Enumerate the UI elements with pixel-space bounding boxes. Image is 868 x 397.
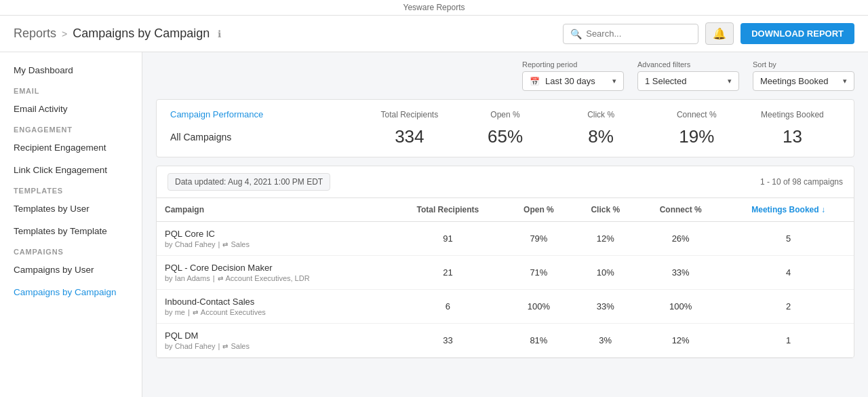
campaign-by-0: by Chad Fahey (165, 240, 216, 248)
campaign-name-2: Inbound-Contact Sales (165, 297, 382, 307)
chevron-down-icon: ▾ (612, 77, 616, 86)
all-campaigns-label: All Campaigns (170, 132, 361, 143)
sidebar-item-templates-by-user[interactable]: Templates by User (0, 197, 142, 220)
sort-by-select[interactable]: Meetings Booked ▾ (753, 71, 854, 91)
table-meta: Data updated: Aug 4, 2021 1:00 PM EDT 1 … (157, 166, 854, 198)
click-pct-cell-0: 12% (572, 222, 638, 256)
campaign-by-2: by me (165, 308, 185, 316)
col-header-campaign: Campaign (157, 198, 391, 222)
campaign-name-3: PQL DM (165, 330, 382, 341)
total-recipients-cell-1: 21 (391, 256, 505, 290)
layout: My Dashboard EMAIL Email Activity ENGAGE… (0, 52, 868, 397)
info-icon: ℹ (218, 29, 221, 39)
summary-values: All Campaigns 334 65% 8% 19% 13 (170, 126, 840, 147)
pipe-separator-3: | (218, 342, 220, 350)
col-header-meetings-booked[interactable]: Meetings Booked ↓ (723, 198, 854, 222)
sidebar-item-campaigns-by-campaign[interactable]: Campaigns by Campaign (0, 281, 142, 303)
reporting-period-group: Reporting period 📅 Last 30 days ▾ (522, 60, 624, 91)
table-row: PQL DM by Chad Fahey | ⇄ Sales 33 81% 3%… (157, 324, 854, 358)
open-pct-cell-0: 79% (505, 222, 573, 256)
campaign-cell-2: Inbound-Contact Sales by me | ⇄ Account … (157, 290, 391, 324)
col-header-open-pct: Open % (505, 198, 573, 222)
reporting-period-value: Last 30 days (545, 76, 595, 86)
campaign-meta-2: by me | ⇄ Account Executives (165, 308, 382, 316)
filters-bar: Reporting period 📅 Last 30 days ▾ Advanc… (142, 52, 868, 99)
data-table-container: Data updated: Aug 4, 2021 1:00 PM EDT 1 … (156, 166, 854, 358)
campaign-meta-3: by Chad Fahey | ⇄ Sales (165, 342, 382, 350)
breadcrumb-current: Campaigns by Campaign (73, 26, 210, 41)
search-box[interactable]: 🔍 (563, 24, 698, 44)
summary-card: Campaign Performance Total Recipients Op… (156, 99, 854, 157)
advanced-filters-value: 1 Selected (645, 76, 686, 86)
share-icon-1: ⇄ (218, 275, 223, 282)
sidebar-item-email-activity[interactable]: Email Activity (0, 98, 142, 120)
col-header-connect-pct: Connect % (638, 198, 723, 222)
pipe-separator-2: | (188, 308, 190, 316)
click-pct-cell-3: 3% (572, 324, 638, 358)
sidebar-section-templates: TEMPLATES (0, 181, 142, 197)
calendar-icon: 📅 (530, 77, 540, 86)
search-input[interactable] (586, 29, 691, 39)
campaign-cell-1: PQL - Core Decision Maker by Ian Adams |… (157, 256, 391, 290)
header: Reports > Campaigns by Campaign ℹ 🔍 🔔 DO… (0, 16, 868, 52)
sidebar-item-my-dashboard[interactable]: My Dashboard (0, 59, 142, 81)
summary-total-recipients: 334 (361, 126, 457, 147)
total-recipients-cell-0: 91 (391, 222, 505, 256)
pipe-separator-0: | (218, 240, 220, 248)
reporting-period-select[interactable]: 📅 Last 30 days ▾ (522, 71, 624, 91)
campaign-by-3: by Chad Fahey (165, 342, 216, 350)
sidebar-item-link-click-engagement[interactable]: Link Click Engagement (0, 159, 142, 181)
connect-pct-cell-0: 26% (638, 222, 723, 256)
sidebar-section-email: EMAIL (0, 81, 142, 98)
sidebar: My Dashboard EMAIL Email Activity ENGAGE… (0, 52, 142, 397)
advanced-filters-select[interactable]: 1 Selected ▾ (637, 71, 739, 91)
total-recipients-col-header: Total Recipients (361, 110, 457, 119)
table-row: PQL Core IC by Chad Fahey | ⇄ Sales 91 7… (157, 222, 854, 256)
sidebar-item-campaigns-by-user[interactable]: Campaigns by User (0, 259, 142, 281)
chevron-down-icon-advanced: ▾ (728, 77, 732, 86)
sidebar-section-campaigns: CAMPAIGNS (0, 242, 142, 259)
sidebar-section-engagement: ENGAGEMENT (0, 120, 142, 136)
summary-header: Campaign Performance Total Recipients Op… (170, 109, 840, 119)
pipe-separator-1: | (213, 274, 215, 282)
campaign-cell-0: PQL Core IC by Chad Fahey | ⇄ Sales (157, 222, 391, 256)
campaign-name-0: PQL Core IC (165, 229, 382, 239)
advanced-filters-label: Advanced filters (637, 60, 739, 69)
breadcrumb-parent[interactable]: Reports (14, 26, 56, 41)
table-row: Inbound-Contact Sales by me | ⇄ Account … (157, 290, 854, 324)
total-recipients-cell-2: 6 (391, 290, 505, 324)
meetings-booked-cell-1: 4 (723, 256, 854, 290)
click-pct-cell-2: 33% (572, 290, 638, 324)
breadcrumb-separator: > (62, 29, 67, 39)
connect-pct-cell-3: 12% (638, 324, 723, 358)
sort-by-value: Meetings Booked (760, 76, 828, 86)
sidebar-item-recipient-engagement[interactable]: Recipient Engagement (0, 136, 142, 159)
summary-meetings-booked: 13 (745, 126, 840, 147)
campaign-cell-3: PQL DM by Chad Fahey | ⇄ Sales (157, 324, 391, 358)
open-pct-col-header: Open % (457, 110, 553, 119)
share-icon-0: ⇄ (222, 241, 228, 248)
total-recipients-cell-3: 33 (391, 324, 505, 358)
main-content: Reporting period 📅 Last 30 days ▾ Advanc… (142, 52, 868, 397)
click-pct-cell-1: 10% (572, 256, 638, 290)
bell-button[interactable]: 🔔 (705, 22, 734, 45)
meetings-booked-cell-3: 1 (723, 324, 854, 358)
campaign-meta-1: by Ian Adams | ⇄ Account Executives, LDR (165, 274, 382, 282)
sidebar-item-templates-by-template[interactable]: Templates by Template (0, 220, 142, 242)
connect-pct-cell-2: 100% (638, 290, 723, 324)
table-row: PQL - Core Decision Maker by Ian Adams |… (157, 256, 854, 290)
pagination-info: 1 - 10 of 98 campaigns (760, 177, 843, 187)
meetings-booked-cell-0: 5 (723, 222, 854, 256)
campaign-performance-label: Campaign Performance (170, 109, 361, 119)
sort-by-group: Sort by Meetings Booked ▾ (753, 60, 854, 91)
summary-open-pct: 65% (457, 126, 553, 147)
open-pct-cell-2: 100% (505, 290, 573, 324)
download-report-button[interactable]: DOWNLOAD REPORT (741, 23, 854, 44)
campaign-table: Campaign Total Recipients Open % Click %… (157, 198, 854, 358)
reporting-period-label: Reporting period (522, 60, 624, 69)
chevron-down-icon-sort: ▾ (843, 77, 847, 86)
meetings-booked-cell-2: 2 (723, 290, 854, 324)
advanced-filters-group: Advanced filters 1 Selected ▾ (637, 60, 739, 91)
col-header-click-pct: Click % (572, 198, 638, 222)
campaign-name-1: PQL - Core Decision Maker (165, 263, 382, 273)
